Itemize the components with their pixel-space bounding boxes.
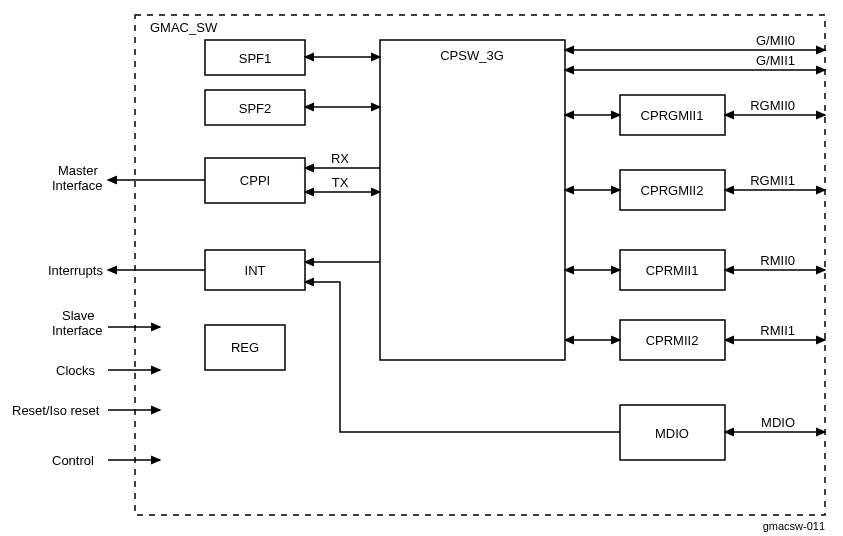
label-mdio: MDIO <box>655 426 689 441</box>
label-control: Control <box>52 453 94 468</box>
label-cprgmii2: CPRGMII2 <box>641 183 704 198</box>
label-rmii1: RMII1 <box>760 323 795 338</box>
block-cpsw-3g <box>380 40 565 360</box>
label-mdio-ext: MDIO <box>761 415 795 430</box>
label-cprmii2: CPRMII2 <box>646 333 699 348</box>
label-reg: REG <box>231 340 259 355</box>
label-slave2: Interface <box>52 323 103 338</box>
label-interrupts: Interrupts <box>48 263 103 278</box>
label-master2: Interface <box>52 178 103 193</box>
label-int: INT <box>245 263 266 278</box>
label-reset: Reset/Iso reset <box>12 403 100 418</box>
label-rgmii1: RGMII1 <box>750 173 795 188</box>
label-rmii0: RMII0 <box>760 253 795 268</box>
label-rx: RX <box>331 151 349 166</box>
label-cppi: CPPI <box>240 173 270 188</box>
label-gmii0: G/MII0 <box>756 33 795 48</box>
figure-id: gmacsw-011 <box>763 520 825 532</box>
label-spf1: SPF1 <box>239 51 272 66</box>
label-master1: Master <box>58 163 98 178</box>
label-tx: TX <box>332 175 349 190</box>
label-spf2: SPF2 <box>239 101 272 116</box>
label-slave1: Slave <box>62 308 95 323</box>
label-rgmii0: RGMII0 <box>750 98 795 113</box>
label-cprgmii1: CPRGMII1 <box>641 108 704 123</box>
label-gmii1: G/MII1 <box>756 53 795 68</box>
label-clocks: Clocks <box>56 363 96 378</box>
label-cprmii1: CPRMII1 <box>646 263 699 278</box>
container-label: GMAC_SW <box>150 20 218 35</box>
label-cpsw-3g: CPSW_3G <box>440 48 504 63</box>
